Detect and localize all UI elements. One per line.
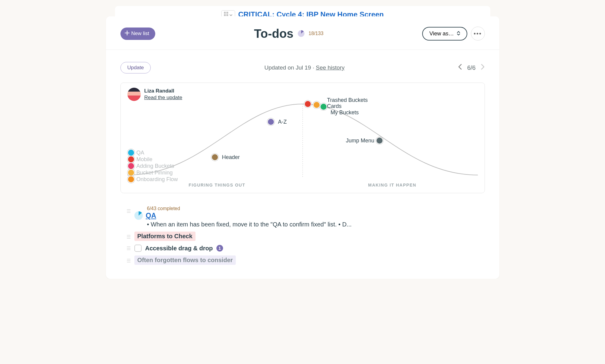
drag-handle-icon[interactable]: ☰	[127, 208, 131, 214]
qa-progress-pie-icon	[134, 211, 143, 220]
drag-handle-icon[interactable]: ☰	[127, 234, 131, 240]
phase-label-right: MAKING IT HAPPEN	[368, 183, 416, 187]
update-pager: 6/6	[458, 64, 485, 72]
hill-item-mobile[interactable]	[127, 156, 135, 163]
page-title: To-dos	[254, 27, 293, 41]
section-forgotten-row: ☰ Often forgotten flows to consider	[127, 254, 485, 267]
hill-chart: Liza Randall Read the update QA Mobile A…	[120, 83, 485, 193]
card-header: New list To-dos 18/133 View as… •••	[106, 16, 499, 50]
svg-rect-2	[224, 14, 226, 16]
todo-checkbox[interactable]	[134, 245, 142, 252]
qa-list-link[interactable]: QA	[146, 212, 156, 220]
view-as-button[interactable]: View as…	[422, 27, 467, 41]
hill-item-bucket-pinning[interactable]	[127, 169, 135, 176]
update-meta: Updated on Jul 19 · See history	[264, 64, 344, 71]
hill-item-header[interactable]	[211, 154, 219, 161]
drag-handle-icon[interactable]: ☰	[127, 245, 131, 251]
qa-description: • When an item has been fixed, move it t…	[147, 221, 485, 228]
new-list-label: New list	[131, 31, 150, 37]
drag-handle-icon[interactable]: ☰	[127, 258, 131, 264]
pager-count: 6/6	[467, 64, 476, 71]
new-list-button[interactable]: New list	[120, 28, 156, 40]
section-platforms-row: ☰ Platforms to Check	[127, 230, 485, 243]
dots-icon: •••	[474, 30, 482, 37]
author-name: Liza Randall	[144, 88, 182, 94]
main-card: New list To-dos 18/133 View as… •••	[106, 16, 499, 279]
section-heading-platforms[interactable]: Platforms to Check	[134, 232, 196, 241]
update-author: Liza Randall Read the update	[127, 88, 182, 101]
section-heading-forgotten[interactable]: Often forgotten flows to consider	[134, 255, 236, 265]
svg-rect-0	[224, 12, 226, 14]
view-as-label: View as…	[429, 31, 454, 37]
hill-item-trashed-buckets[interactable]	[304, 100, 311, 108]
todo-list-qa: ☰ 6/43 completed QA • When an item has b…	[127, 204, 485, 230]
avatar	[127, 88, 141, 101]
svg-rect-1	[226, 12, 228, 14]
progress-pie-icon	[298, 30, 304, 37]
hill-item-a-z[interactable]	[267, 118, 275, 125]
svg-rect-3	[226, 14, 228, 16]
read-update-link[interactable]: Read the update	[144, 95, 182, 100]
updated-on-text: Updated on Jul 19	[264, 64, 311, 71]
hill-item-adding-buckets[interactable]	[127, 162, 135, 170]
more-options-button[interactable]: •••	[471, 27, 485, 41]
comment-count-badge[interactable]: 1	[216, 245, 223, 252]
todo-item-label[interactable]: Accessible drag & drop	[145, 245, 213, 252]
hill-item-jump-menu[interactable]	[376, 137, 383, 144]
update-button[interactable]: Update	[120, 62, 151, 73]
qa-completed-count: 6/43 completed	[147, 206, 485, 211]
hill-item-cards[interactable]	[313, 101, 320, 109]
hill-item-onboarding-flow[interactable]	[127, 176, 135, 183]
sort-arrows-icon	[457, 31, 460, 37]
hill-curve	[127, 89, 478, 183]
progress-count: 18/133	[309, 31, 324, 36]
hill-item-qa[interactable]	[127, 149, 135, 156]
update-toolbar: Update Updated on Jul 19 · See history 6…	[120, 62, 485, 73]
pager-prev-button[interactable]	[458, 64, 462, 72]
plus-icon	[125, 31, 130, 37]
phase-label-left: FIGURING THINGS OUT	[189, 183, 245, 187]
hill-item-my-buckets[interactable]	[320, 103, 327, 110]
see-history-link[interactable]: See history	[316, 64, 345, 71]
todo-item-accessible-drag: ☰ Accessible drag & drop 1	[127, 243, 485, 254]
pager-next-button[interactable]	[481, 64, 485, 72]
